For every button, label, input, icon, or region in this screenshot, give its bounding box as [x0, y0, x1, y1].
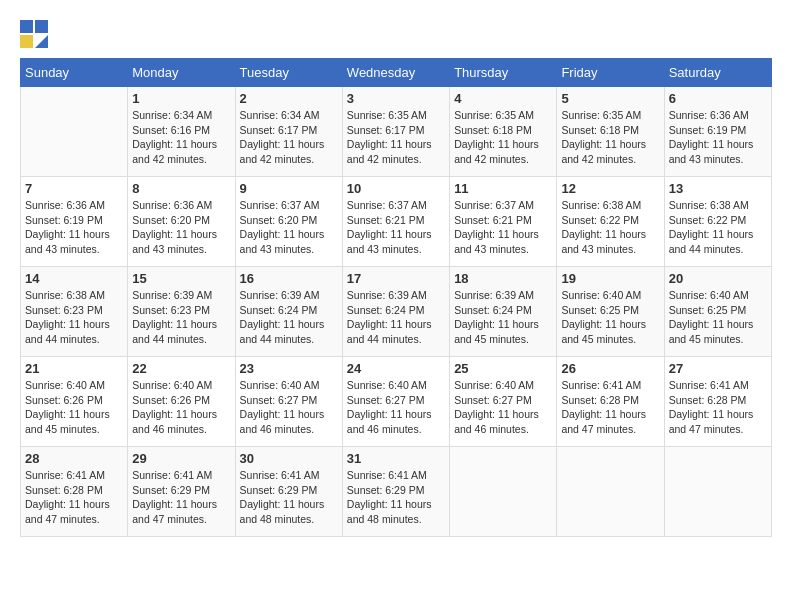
calendar-cell: 12Sunrise: 6:38 AM Sunset: 6:22 PM Dayli…: [557, 177, 664, 267]
calendar-cell: 6Sunrise: 6:36 AM Sunset: 6:19 PM Daylig…: [664, 87, 771, 177]
day-number: 27: [669, 361, 767, 376]
calendar-header-row: SundayMondayTuesdayWednesdayThursdayFrid…: [21, 59, 772, 87]
day-info: Sunrise: 6:40 AM Sunset: 6:27 PM Dayligh…: [454, 378, 552, 437]
day-info: Sunrise: 6:36 AM Sunset: 6:19 PM Dayligh…: [25, 198, 123, 257]
day-info: Sunrise: 6:40 AM Sunset: 6:26 PM Dayligh…: [25, 378, 123, 437]
day-info: Sunrise: 6:35 AM Sunset: 6:18 PM Dayligh…: [561, 108, 659, 167]
day-header-thursday: Thursday: [450, 59, 557, 87]
calendar-cell: 19Sunrise: 6:40 AM Sunset: 6:25 PM Dayli…: [557, 267, 664, 357]
day-info: Sunrise: 6:36 AM Sunset: 6:20 PM Dayligh…: [132, 198, 230, 257]
calendar-cell: 28Sunrise: 6:41 AM Sunset: 6:28 PM Dayli…: [21, 447, 128, 537]
day-header-friday: Friday: [557, 59, 664, 87]
day-info: Sunrise: 6:41 AM Sunset: 6:28 PM Dayligh…: [561, 378, 659, 437]
svg-rect-0: [20, 20, 33, 33]
day-number: 15: [132, 271, 230, 286]
day-number: 2: [240, 91, 338, 106]
day-number: 30: [240, 451, 338, 466]
calendar-cell: 22Sunrise: 6:40 AM Sunset: 6:26 PM Dayli…: [128, 357, 235, 447]
day-info: Sunrise: 6:37 AM Sunset: 6:20 PM Dayligh…: [240, 198, 338, 257]
day-info: Sunrise: 6:35 AM Sunset: 6:18 PM Dayligh…: [454, 108, 552, 167]
calendar-cell: [664, 447, 771, 537]
calendar-week-row: 14Sunrise: 6:38 AM Sunset: 6:23 PM Dayli…: [21, 267, 772, 357]
calendar-cell: [450, 447, 557, 537]
day-info: Sunrise: 6:38 AM Sunset: 6:22 PM Dayligh…: [669, 198, 767, 257]
day-info: Sunrise: 6:41 AM Sunset: 6:28 PM Dayligh…: [25, 468, 123, 527]
day-number: 22: [132, 361, 230, 376]
day-number: 12: [561, 181, 659, 196]
day-info: Sunrise: 6:39 AM Sunset: 6:23 PM Dayligh…: [132, 288, 230, 347]
day-info: Sunrise: 6:34 AM Sunset: 6:16 PM Dayligh…: [132, 108, 230, 167]
calendar-cell: 21Sunrise: 6:40 AM Sunset: 6:26 PM Dayli…: [21, 357, 128, 447]
day-number: 14: [25, 271, 123, 286]
calendar-week-row: 21Sunrise: 6:40 AM Sunset: 6:26 PM Dayli…: [21, 357, 772, 447]
calendar-table: SundayMondayTuesdayWednesdayThursdayFrid…: [20, 58, 772, 537]
day-number: 26: [561, 361, 659, 376]
day-number: 31: [347, 451, 445, 466]
logo: [20, 20, 52, 48]
day-info: Sunrise: 6:41 AM Sunset: 6:29 PM Dayligh…: [240, 468, 338, 527]
page-header: [20, 20, 772, 48]
day-info: Sunrise: 6:40 AM Sunset: 6:25 PM Dayligh…: [669, 288, 767, 347]
calendar-cell: 8Sunrise: 6:36 AM Sunset: 6:20 PM Daylig…: [128, 177, 235, 267]
day-info: Sunrise: 6:40 AM Sunset: 6:25 PM Dayligh…: [561, 288, 659, 347]
day-number: 6: [669, 91, 767, 106]
calendar-week-row: 7Sunrise: 6:36 AM Sunset: 6:19 PM Daylig…: [21, 177, 772, 267]
calendar-cell: 24Sunrise: 6:40 AM Sunset: 6:27 PM Dayli…: [342, 357, 449, 447]
day-info: Sunrise: 6:37 AM Sunset: 6:21 PM Dayligh…: [454, 198, 552, 257]
day-number: 9: [240, 181, 338, 196]
logo-icon: [20, 20, 48, 48]
calendar-cell: 16Sunrise: 6:39 AM Sunset: 6:24 PM Dayli…: [235, 267, 342, 357]
calendar-cell: 10Sunrise: 6:37 AM Sunset: 6:21 PM Dayli…: [342, 177, 449, 267]
calendar-cell: 20Sunrise: 6:40 AM Sunset: 6:25 PM Dayli…: [664, 267, 771, 357]
day-number: 5: [561, 91, 659, 106]
day-number: 1: [132, 91, 230, 106]
calendar-cell: 7Sunrise: 6:36 AM Sunset: 6:19 PM Daylig…: [21, 177, 128, 267]
day-header-monday: Monday: [128, 59, 235, 87]
calendar-cell: 25Sunrise: 6:40 AM Sunset: 6:27 PM Dayli…: [450, 357, 557, 447]
calendar-cell: 14Sunrise: 6:38 AM Sunset: 6:23 PM Dayli…: [21, 267, 128, 357]
day-header-tuesday: Tuesday: [235, 59, 342, 87]
day-number: 23: [240, 361, 338, 376]
day-info: Sunrise: 6:40 AM Sunset: 6:27 PM Dayligh…: [347, 378, 445, 437]
day-header-saturday: Saturday: [664, 59, 771, 87]
calendar-cell: 2Sunrise: 6:34 AM Sunset: 6:17 PM Daylig…: [235, 87, 342, 177]
calendar-cell: 31Sunrise: 6:41 AM Sunset: 6:29 PM Dayli…: [342, 447, 449, 537]
calendar-week-row: 1Sunrise: 6:34 AM Sunset: 6:16 PM Daylig…: [21, 87, 772, 177]
calendar-cell: 18Sunrise: 6:39 AM Sunset: 6:24 PM Dayli…: [450, 267, 557, 357]
calendar-cell: 4Sunrise: 6:35 AM Sunset: 6:18 PM Daylig…: [450, 87, 557, 177]
day-info: Sunrise: 6:34 AM Sunset: 6:17 PM Dayligh…: [240, 108, 338, 167]
day-number: 28: [25, 451, 123, 466]
day-info: Sunrise: 6:41 AM Sunset: 6:29 PM Dayligh…: [132, 468, 230, 527]
day-number: 25: [454, 361, 552, 376]
day-header-wednesday: Wednesday: [342, 59, 449, 87]
day-number: 21: [25, 361, 123, 376]
svg-rect-2: [20, 35, 33, 48]
day-number: 13: [669, 181, 767, 196]
day-info: Sunrise: 6:35 AM Sunset: 6:17 PM Dayligh…: [347, 108, 445, 167]
day-info: Sunrise: 6:36 AM Sunset: 6:19 PM Dayligh…: [669, 108, 767, 167]
day-number: 20: [669, 271, 767, 286]
day-number: 24: [347, 361, 445, 376]
day-info: Sunrise: 6:39 AM Sunset: 6:24 PM Dayligh…: [454, 288, 552, 347]
calendar-cell: 11Sunrise: 6:37 AM Sunset: 6:21 PM Dayli…: [450, 177, 557, 267]
day-header-sunday: Sunday: [21, 59, 128, 87]
calendar-cell: 9Sunrise: 6:37 AM Sunset: 6:20 PM Daylig…: [235, 177, 342, 267]
day-info: Sunrise: 6:41 AM Sunset: 6:29 PM Dayligh…: [347, 468, 445, 527]
calendar-cell: 17Sunrise: 6:39 AM Sunset: 6:24 PM Dayli…: [342, 267, 449, 357]
calendar-cell: 5Sunrise: 6:35 AM Sunset: 6:18 PM Daylig…: [557, 87, 664, 177]
day-number: 4: [454, 91, 552, 106]
calendar-cell: 3Sunrise: 6:35 AM Sunset: 6:17 PM Daylig…: [342, 87, 449, 177]
calendar-cell: [21, 87, 128, 177]
day-info: Sunrise: 6:41 AM Sunset: 6:28 PM Dayligh…: [669, 378, 767, 437]
calendar-cell: 30Sunrise: 6:41 AM Sunset: 6:29 PM Dayli…: [235, 447, 342, 537]
day-info: Sunrise: 6:37 AM Sunset: 6:21 PM Dayligh…: [347, 198, 445, 257]
day-number: 11: [454, 181, 552, 196]
calendar-cell: 13Sunrise: 6:38 AM Sunset: 6:22 PM Dayli…: [664, 177, 771, 267]
calendar-cell: 27Sunrise: 6:41 AM Sunset: 6:28 PM Dayli…: [664, 357, 771, 447]
calendar-cell: 15Sunrise: 6:39 AM Sunset: 6:23 PM Dayli…: [128, 267, 235, 357]
day-number: 10: [347, 181, 445, 196]
day-info: Sunrise: 6:40 AM Sunset: 6:27 PM Dayligh…: [240, 378, 338, 437]
day-number: 17: [347, 271, 445, 286]
day-number: 19: [561, 271, 659, 286]
day-number: 18: [454, 271, 552, 286]
